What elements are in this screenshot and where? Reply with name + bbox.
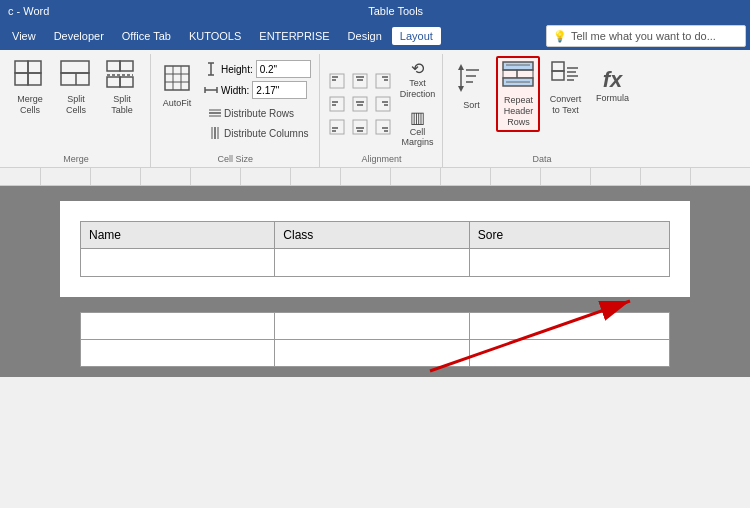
width-row: Width: [204, 81, 313, 99]
align-grid [326, 70, 394, 138]
svg-rect-11 [120, 77, 133, 87]
merge-cells-label: MergeCells [17, 94, 43, 116]
menu-design[interactable]: Design [340, 27, 390, 45]
svg-rect-64 [517, 70, 533, 78]
svg-rect-12 [165, 66, 189, 90]
svg-marker-58 [458, 86, 464, 92]
formula-button[interactable]: fx Formula [590, 56, 634, 116]
app-title: c - Word [8, 5, 49, 17]
align-bottom-right-button[interactable] [372, 116, 394, 138]
bottom-cell-1-1 [81, 313, 275, 340]
formula-icon: fx [603, 69, 623, 91]
sort-button[interactable]: Sort [449, 56, 493, 116]
svg-rect-0 [15, 61, 28, 73]
align-bottom-left-button[interactable] [326, 116, 348, 138]
svg-rect-47 [330, 120, 344, 134]
width-icon [204, 83, 218, 97]
distribute-cols-label: Distribute Columns [224, 128, 308, 139]
text-direction-button[interactable]: ⟲ TextDirection [398, 56, 436, 103]
svg-rect-41 [353, 97, 367, 111]
svg-rect-35 [376, 74, 390, 88]
split-cells-icon [60, 60, 92, 92]
svg-rect-3 [28, 73, 41, 85]
svg-rect-68 [552, 62, 564, 71]
ruler [0, 168, 750, 186]
distribute-rows-icon [209, 107, 221, 119]
distribute-cols-button[interactable]: Distribute Columns [204, 124, 313, 142]
height-input[interactable] [256, 60, 311, 78]
bottom-table-container [0, 312, 750, 377]
svg-rect-63 [503, 70, 517, 78]
svg-rect-32 [353, 74, 367, 88]
menu-developer[interactable]: Developer [46, 27, 112, 45]
autofit-button[interactable]: AutoFit [157, 56, 197, 116]
svg-rect-4 [61, 61, 89, 73]
ruler-content [40, 168, 710, 185]
autofit-label: AutoFit [163, 98, 192, 109]
align-middle-left-button[interactable] [326, 93, 348, 115]
height-row: Height: [204, 60, 313, 78]
convert-to-text-label: Convertto Text [550, 94, 582, 116]
search-icon: 💡 [553, 30, 567, 43]
menu-view[interactable]: View [4, 27, 44, 45]
svg-rect-1 [28, 61, 41, 73]
svg-rect-2 [15, 73, 28, 85]
align-middle-center-button[interactable] [349, 93, 371, 115]
cell-margins-icon: ▥ [410, 108, 425, 127]
search-placeholder: Tell me what you want to do... [571, 30, 716, 42]
ribbon-group-alignment: ⟲ TextDirection ▥ CellMargins Alignment [320, 54, 443, 167]
header-name: Name [81, 222, 275, 249]
data-group-label: Data [443, 154, 640, 164]
width-label: Width: [221, 85, 249, 96]
table-data-row [81, 249, 670, 277]
bottom-cell-2-2 [275, 340, 469, 367]
data-cell-3 [469, 249, 669, 277]
distribute-rows-label: Distribute Rows [224, 108, 294, 119]
svg-rect-62 [503, 62, 533, 70]
split-table-label: SplitTable [111, 94, 133, 116]
menu-layout[interactable]: Layout [392, 27, 441, 45]
repeat-header-rows-icon [502, 61, 534, 93]
autofit-icon [163, 64, 191, 96]
menu-office-tab[interactable]: Office Tab [114, 27, 179, 45]
svg-rect-7 [107, 61, 120, 71]
data-cell-1 [81, 249, 275, 277]
bottom-cell-1-2 [275, 313, 469, 340]
split-table-icon [106, 60, 138, 92]
align-top-right-button[interactable] [372, 70, 394, 92]
svg-rect-38 [330, 97, 344, 111]
height-label: Height: [221, 64, 253, 75]
align-top-left-button[interactable] [326, 70, 348, 92]
page-container: Name Class Sore [0, 186, 750, 312]
text-direction-icon: ⟲ [411, 59, 424, 78]
align-middle-right-button[interactable] [372, 93, 394, 115]
bottom-cell-2-3 [469, 340, 669, 367]
main-table: Name Class Sore [80, 221, 670, 277]
split-cells-label: SplitCells [66, 94, 86, 116]
align-top-center-button[interactable] [349, 70, 371, 92]
cell-margins-button[interactable]: ▥ CellMargins [398, 105, 436, 152]
menu-kutools[interactable]: KUTOOLS [181, 27, 249, 45]
repeat-header-rows-label: RepeatHeader Rows [502, 95, 534, 127]
align-bottom-center-button[interactable] [349, 116, 371, 138]
split-table-button[interactable]: SplitTable [100, 56, 144, 120]
search-box[interactable]: 💡 Tell me what you want to do... [546, 25, 746, 47]
menu-enterprise[interactable]: ENTERPRISE [251, 27, 337, 45]
svg-rect-53 [376, 120, 390, 134]
table-header-row: Name Class Sore [81, 222, 670, 249]
svg-rect-69 [552, 71, 564, 80]
bottom-table [80, 312, 670, 367]
document-area: Name Class Sore [0, 186, 750, 377]
convert-to-text-button[interactable]: Convertto Text [543, 56, 587, 120]
cell-margins-label: CellMargins [401, 127, 433, 149]
bottom-cell-1-3 [469, 313, 669, 340]
menu-bar: View Developer Office Tab KUTOOLS ENTERP… [0, 22, 750, 50]
svg-rect-5 [61, 73, 89, 85]
split-cells-button[interactable]: SplitCells [54, 56, 98, 120]
convert-to-text-icon [551, 60, 579, 92]
distribute-rows-button[interactable]: Distribute Rows [204, 104, 313, 122]
repeat-header-rows-button[interactable]: RepeatHeader Rows [496, 56, 540, 132]
height-icon [204, 62, 218, 76]
merge-cells-button[interactable]: MergeCells [8, 56, 52, 120]
width-input[interactable] [252, 81, 307, 99]
